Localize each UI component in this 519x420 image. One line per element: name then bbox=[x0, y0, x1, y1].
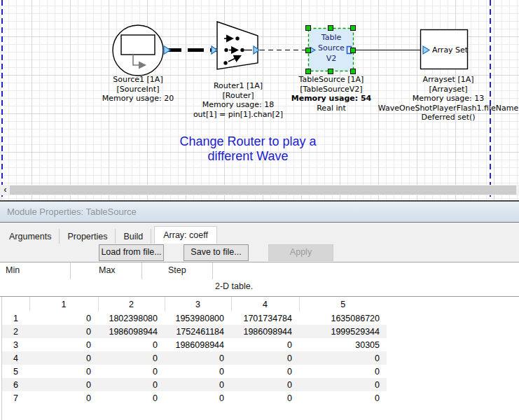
horizontal-scrollbar[interactable]: ‹ bbox=[0, 185, 519, 195]
arrayset-label: Arrayset [1A] [Arrayset] Memory usage: 1… bbox=[378, 75, 518, 122]
diagram-canvas[interactable]: Table Source V2 Array Set Source1 [1A] [… bbox=[0, 0, 519, 200]
row-header[interactable]: 1 bbox=[2, 312, 29, 325]
table-cell[interactable]: 1999529344 bbox=[299, 325, 387, 338]
table-cell[interactable]: 0 bbox=[29, 325, 98, 338]
table-dimension-note: 2-D table. bbox=[215, 281, 253, 291]
row-header[interactable]: 5 bbox=[2, 365, 29, 378]
table-cell[interactable]: 0 bbox=[29, 391, 98, 405]
column-header[interactable]: 4 bbox=[231, 297, 299, 312]
table-cell[interactable]: 0 bbox=[231, 351, 299, 365]
table-cell[interactable]: 0 bbox=[299, 378, 387, 391]
tablesource-box-text: Table Source V2 bbox=[318, 32, 345, 64]
table-cell[interactable]: 1635086720 bbox=[299, 312, 387, 325]
canvas-annotation[interactable]: Change Router to play a different Wave bbox=[179, 134, 316, 164]
table-cell[interactable]: 0 bbox=[165, 365, 231, 378]
table-cell[interactable]: 0 bbox=[98, 365, 165, 378]
table-cell[interactable]: 0 bbox=[29, 351, 98, 365]
table-cell[interactable]: 1802398080 bbox=[98, 312, 165, 325]
tab-strip: Arguments Properties Build Array: coeff bbox=[0, 223, 519, 244]
table-row: 2019860989441752461184198609894419995293… bbox=[2, 325, 387, 338]
router1-module[interactable] bbox=[212, 22, 259, 69]
apply-button[interactable]: Apply bbox=[268, 244, 333, 261]
table-cell[interactable]: 0 bbox=[29, 365, 98, 378]
table-cell[interactable]: 0 bbox=[98, 338, 165, 351]
table-cell[interactable]: 0 bbox=[299, 351, 387, 365]
router1-label: Router1 [1A] [Router] Memory usage: 18 o… bbox=[193, 81, 283, 119]
table-row: 400000 bbox=[2, 351, 387, 365]
source1-output-pin-icon[interactable] bbox=[164, 46, 170, 55]
panel-title: Module Properties: TableSource bbox=[0, 200, 519, 223]
table-cell[interactable]: 0 bbox=[231, 365, 299, 378]
column-header[interactable]: 3 bbox=[165, 297, 231, 312]
table-row: 600000 bbox=[2, 378, 387, 391]
load-from-file-button[interactable]: Load from file... bbox=[99, 244, 164, 261]
table-cell[interactable]: 0 bbox=[165, 351, 231, 365]
table-cell[interactable]: 0 bbox=[231, 391, 299, 405]
tab-arguments[interactable]: Arguments bbox=[1, 229, 60, 244]
table-cell[interactable]: 0 bbox=[98, 351, 165, 365]
table-row: 1018023980801953980800170173478416350867… bbox=[2, 312, 387, 325]
coefficient-grid-area: 12345 1018023980801953980800170173478416… bbox=[0, 296, 519, 420]
table-cell[interactable]: 0 bbox=[299, 391, 387, 405]
row-header[interactable]: 4 bbox=[2, 351, 29, 365]
row-header[interactable]: 3 bbox=[2, 338, 29, 351]
table-cell[interactable]: 0 bbox=[165, 391, 231, 405]
table-cell[interactable]: 1752461184 bbox=[165, 325, 231, 338]
table-cell[interactable]: 0 bbox=[231, 378, 299, 391]
table-cell[interactable]: 0 bbox=[98, 378, 165, 391]
module-properties-panel: Module Properties: TableSource Arguments… bbox=[0, 200, 519, 420]
table-cell[interactable]: 30305 bbox=[299, 338, 387, 351]
table-cell[interactable]: 0 bbox=[299, 365, 387, 378]
application-window: { "colors": { "page_boundary_blue": "#23… bbox=[0, 0, 519, 420]
table-cell[interactable]: 0 bbox=[29, 338, 98, 351]
table-cell[interactable]: 0 bbox=[29, 378, 98, 391]
row-header[interactable]: 2 bbox=[2, 325, 29, 338]
table-row: 500000 bbox=[2, 365, 387, 378]
table-cell[interactable]: 0 bbox=[98, 391, 165, 405]
coefficient-table: 12345 1018023980801953980800170173478416… bbox=[2, 297, 387, 405]
table-cell[interactable]: 1953980800 bbox=[165, 312, 231, 325]
table-cell[interactable]: 0 bbox=[165, 378, 231, 391]
scrollbar-thumb[interactable] bbox=[10, 186, 516, 195]
min-label: Min bbox=[6, 265, 20, 275]
step-label: Step bbox=[168, 265, 186, 275]
min-max-step-header: Min Max Step bbox=[0, 262, 519, 280]
table-row: 700000 bbox=[2, 391, 387, 405]
table-cell[interactable]: 0 bbox=[29, 312, 98, 325]
column-header[interactable]: 2 bbox=[98, 297, 165, 312]
scroll-left-icon[interactable]: ‹ bbox=[1, 185, 9, 195]
table-cell[interactable]: 1701734784 bbox=[231, 312, 299, 325]
tab-build[interactable]: Build bbox=[116, 229, 151, 244]
table-cell[interactable]: 1986098944 bbox=[165, 338, 231, 351]
table-corner-cell bbox=[2, 297, 29, 312]
row-header[interactable]: 6 bbox=[2, 378, 29, 391]
max-label: Max bbox=[99, 265, 116, 275]
tab-array-coeff[interactable]: Array: coeff bbox=[154, 226, 217, 244]
table-cell[interactable]: 0 bbox=[231, 338, 299, 351]
arrayset-box-text: Array Set bbox=[432, 46, 468, 55]
table-note-row: 2-D table. bbox=[0, 280, 519, 296]
table-row: 3001986098944030305 bbox=[2, 338, 387, 351]
tab-properties[interactable]: Properties bbox=[60, 229, 116, 244]
source1-module[interactable] bbox=[113, 25, 170, 76]
table-cell[interactable]: 1986098944 bbox=[98, 325, 165, 338]
row-header[interactable]: 7 bbox=[2, 391, 29, 405]
router1-input-pin-icon[interactable] bbox=[212, 46, 217, 54]
button-row: Load from file... Save to file... Apply bbox=[0, 244, 519, 262]
column-header[interactable]: 5 bbox=[299, 297, 387, 312]
column-header[interactable]: 1 bbox=[29, 297, 98, 312]
tablesource-label: TableSource [1A] [TableSourceV2] Memory … bbox=[291, 75, 372, 113]
table-cell[interactable]: 1986098944 bbox=[231, 325, 299, 338]
source1-label: Source1 [1A] [SourceInt] Memory usage: 2… bbox=[102, 75, 174, 104]
save-to-file-button[interactable]: Save to file... bbox=[184, 244, 249, 261]
